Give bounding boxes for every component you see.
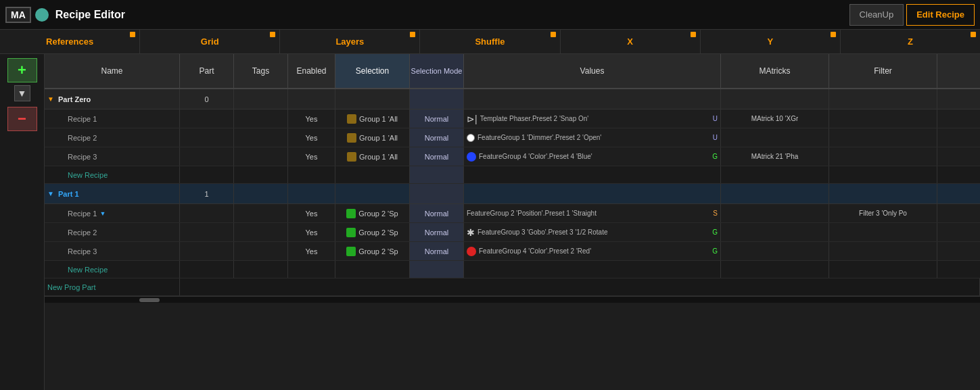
sidebar: + ▼ − xyxy=(0,54,45,390)
tab-layers[interactable]: Layers xyxy=(280,30,420,53)
snap-icon: ⊳| xyxy=(467,114,477,124)
recipe-sel: Group 1 'All xyxy=(335,147,410,166)
tab-references[interactable]: References xyxy=(0,30,140,53)
new-recipe-cell-p1: New Recipe xyxy=(45,261,180,278)
tab-row: References Grid Layers Shuffle X Y Z xyxy=(0,30,980,54)
recipe-row-p1r3[interactable]: Recipe 3 Yes Group 2 'Sp Normal FeatureG… xyxy=(45,242,980,261)
flag-u: U xyxy=(713,115,718,122)
recipe-matricks xyxy=(721,128,829,147)
flag-g: G xyxy=(712,153,718,160)
new-recipe-row-zero[interactable]: New Recipe xyxy=(45,166,980,184)
flag-s: S xyxy=(713,210,718,217)
recipe-name-cell: Recipe 2 xyxy=(45,223,180,241)
recipe-filter xyxy=(829,109,937,128)
cleanup-button[interactable]: CleanUp xyxy=(849,4,904,26)
recipe-row[interactable]: Recipe 2 Yes Group 1 'All Normal Feature… xyxy=(45,128,980,147)
recipe-part xyxy=(180,109,234,128)
recipe-enabled: Yes xyxy=(288,128,335,147)
dimmer-swatch xyxy=(467,134,475,142)
recipe-row[interactable]: Recipe 3 Yes Group 1 'All Normal Feature… xyxy=(45,147,980,166)
recipe-selmode: Normal xyxy=(410,109,464,128)
recipe-matricks: MAtrick 21 'Pha xyxy=(721,147,829,166)
recipe-values: ⊳| Template Phaser.Preset 2 'Snap On' U xyxy=(464,109,721,128)
tab-pin-x xyxy=(691,32,696,37)
edit-recipe-button[interactable]: Edit Recipe xyxy=(906,4,975,26)
col-hdr-name: Name xyxy=(45,54,180,88)
main-area: + ▼ − Name Part Tags Enabled Selection S… xyxy=(0,54,980,390)
col-hdr-selmode: Selection Mode xyxy=(410,54,464,88)
recipe-part xyxy=(180,128,234,147)
recipe-tags xyxy=(234,147,288,166)
recipe-enabled: Yes xyxy=(288,109,335,128)
recipe-filter xyxy=(829,147,937,166)
part-zero-enabled xyxy=(288,89,335,109)
flag-g2: G xyxy=(712,228,718,236)
recipe-row-p1r2[interactable]: Recipe 2 Yes Group 2 'Sp Normal ✱ Featur… xyxy=(45,223,980,242)
flag-g3: G xyxy=(712,247,718,255)
recipe-values: FeatureGroup 2 'Position'.Preset 1 'Stra… xyxy=(464,204,721,222)
recipe-values: ✱ FeatureGroup 3 'Gobo'.Preset 3 '1/2 Ro… xyxy=(464,223,721,241)
tab-pin-layers xyxy=(410,32,415,37)
swatch-green xyxy=(346,247,356,256)
tab-pin xyxy=(130,32,135,37)
part-zero-values xyxy=(464,89,721,109)
data-rows: ▼ Part Zero 0 Recipe 1 xyxy=(45,89,980,296)
col-hdr-tags: Tags xyxy=(234,54,288,88)
tab-pin-z xyxy=(971,32,976,37)
part-zero-selmode xyxy=(410,89,464,109)
tab-shuffle[interactable]: Shuffle xyxy=(420,30,560,53)
tab-pin-shuffle xyxy=(551,32,556,37)
recipe-enabled: Yes xyxy=(288,147,335,166)
recipe-values: FeatureGroup 4 'Color'.Preset 2 'Red' G xyxy=(464,242,721,260)
swatch-green xyxy=(346,228,356,237)
recipe-name-cell: Recipe 3 xyxy=(45,242,180,260)
scroll-handle[interactable] xyxy=(139,298,160,302)
recipe-name-cell: Recipe 1 ▼ xyxy=(45,204,180,222)
recipe-row-p1r1[interactable]: Recipe 1 ▼ Yes Group 2 'Sp Normal Featur… xyxy=(45,204,980,223)
blue-swatch xyxy=(467,152,476,162)
add-button[interactable]: + xyxy=(7,58,37,82)
part-arrow: ▼ xyxy=(47,190,58,197)
swatch xyxy=(347,152,356,162)
recipe-flag: ▼ xyxy=(99,210,106,217)
tab-pin-grid xyxy=(270,32,275,37)
remove-button[interactable]: − xyxy=(7,107,37,131)
recipe-row[interactable]: Recipe 1 Yes Group 1 'All Normal ⊳| Temp… xyxy=(45,109,980,128)
part-zero-name-cell: ▼ Part Zero xyxy=(45,89,180,109)
tab-z[interactable]: Z xyxy=(841,30,980,53)
new-prog-part-row[interactable]: New Prog Part xyxy=(45,278,980,296)
logo-dot xyxy=(35,8,49,22)
col-hdr-matricks: MAtricks xyxy=(721,54,829,88)
new-prog-part-cell: New Prog Part xyxy=(45,278,180,295)
part-zero-num-cell: 0 xyxy=(180,89,234,109)
recipe-name-cell: Recipe 1 xyxy=(45,109,180,128)
tab-y[interactable]: Y xyxy=(701,30,841,53)
tab-pin-y xyxy=(831,32,836,37)
part-row-1[interactable]: ▼ Part 1 1 xyxy=(45,184,980,204)
recipe-sel: Group 1 'All xyxy=(335,128,410,147)
col-hdr-enabled: Enabled xyxy=(288,54,335,88)
part-zero-filter xyxy=(829,89,937,109)
col-hdr-part: Part xyxy=(180,54,234,88)
new-recipe-row-p1[interactable]: New Recipe xyxy=(45,261,980,278)
recipe-tags xyxy=(234,128,288,147)
red-swatch xyxy=(467,247,476,256)
recipe-filter-p1r1: Filter 3 'Only Po xyxy=(829,204,937,222)
col-hdr-selection: Selection xyxy=(335,54,410,88)
recipe-name-cell: Recipe 2 xyxy=(45,128,180,147)
recipe-part xyxy=(180,147,234,166)
part1-name-cell: ▼ Part 1 xyxy=(45,184,180,203)
scroll-bar[interactable] xyxy=(45,296,980,303)
recipe-values: FeatureGroup 4 'Color'.Preset 4 'Blue' G xyxy=(464,147,721,166)
tab-grid[interactable]: Grid xyxy=(140,30,280,53)
recipe-selmode: Normal xyxy=(410,147,464,166)
part-zero-sel xyxy=(335,89,410,109)
recipe-name-cell: Recipe 3 xyxy=(45,147,180,166)
part-row-zero[interactable]: ▼ Part Zero 0 xyxy=(45,89,980,109)
part-arrow: ▼ xyxy=(47,95,58,103)
column-headers: Name Part Tags Enabled Selection Selecti… xyxy=(45,54,980,89)
collapse-button[interactable]: ▼ xyxy=(14,85,30,101)
tab-x[interactable]: X xyxy=(561,30,701,53)
swatch xyxy=(347,133,356,143)
app-title: Recipe Editor xyxy=(55,9,849,21)
